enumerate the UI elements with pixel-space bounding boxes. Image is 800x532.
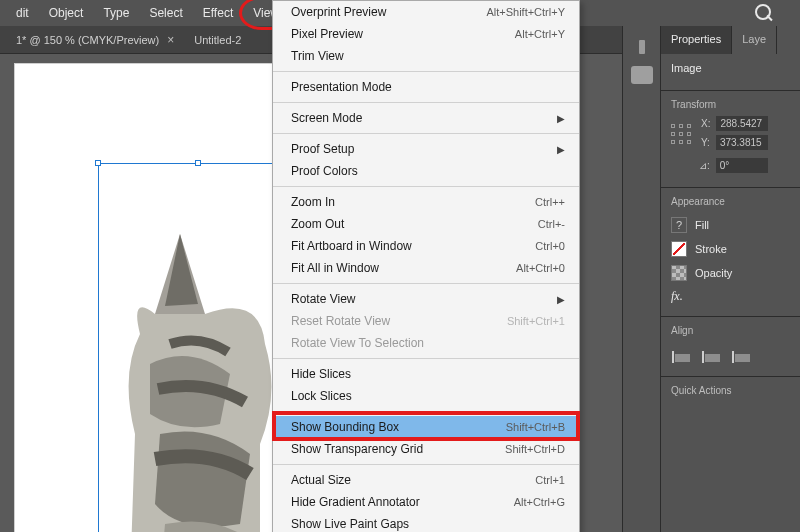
menu-separator xyxy=(273,358,579,359)
stroke-label: Stroke xyxy=(695,243,727,255)
tab-properties[interactable]: Properties xyxy=(661,26,732,54)
document-tab-1[interactable]: 1* @ 150 % (CMYK/Preview) × xyxy=(6,27,184,53)
appearance-heading: Appearance xyxy=(671,196,790,207)
section-align: Align xyxy=(661,317,800,377)
menu-item-shortcut: Ctrl+- xyxy=(538,218,565,230)
tab-layers[interactable]: Laye xyxy=(732,26,777,54)
menu-item-label: Proof Colors xyxy=(291,164,358,178)
document-tab-2[interactable]: Untitled-2 xyxy=(184,28,251,52)
menu-item-show-bounding-box[interactable]: Show Bounding BoxShift+Ctrl+B xyxy=(273,416,579,438)
y-value-field[interactable]: 373.3815 xyxy=(716,135,768,150)
menu-item-trim-view[interactable]: Trim View xyxy=(273,45,579,67)
menu-item-reset-rotate-view: Reset Rotate ViewShift+Ctrl+1 xyxy=(273,310,579,332)
menu-item-label: Lock Slices xyxy=(291,389,352,403)
fx-button[interactable]: fx. xyxy=(671,285,790,306)
menu-item-shortcut: Ctrl+1 xyxy=(535,474,565,486)
menu-item-label: Hide Gradient Annotator xyxy=(291,495,420,509)
stroke-swatch[interactable] xyxy=(671,241,687,257)
menu-item-screen-mode[interactable]: Screen Mode▶ xyxy=(273,107,579,129)
opacity-swatch[interactable] xyxy=(671,265,687,281)
angle-label: ⊿: xyxy=(699,160,710,171)
search-icon[interactable] xyxy=(754,3,774,23)
align-center-h-icon[interactable] xyxy=(701,348,723,366)
menu-item-label: Show Live Paint Gaps xyxy=(291,517,409,531)
menu-item-show-live-paint-gaps[interactable]: Show Live Paint Gaps xyxy=(273,513,579,532)
menu-item-shortcut: Ctrl+0 xyxy=(535,240,565,252)
opacity-label: Opacity xyxy=(695,267,732,279)
panel-grip-icon[interactable] xyxy=(639,40,645,54)
menu-separator xyxy=(273,411,579,412)
menu-type[interactable]: Type xyxy=(93,2,139,24)
menu-item-shortcut: Shift+Ctrl+B xyxy=(506,421,565,433)
section-quick-actions: Quick Actions xyxy=(661,377,800,412)
section-appearance: Appearance Fill Stroke Opacity fx. xyxy=(661,188,800,317)
y-label: Y: xyxy=(701,137,710,148)
menu-separator xyxy=(273,283,579,284)
menu-item-shortcut: Ctrl++ xyxy=(535,196,565,208)
fill-label: Fill xyxy=(695,219,709,231)
menu-separator xyxy=(273,186,579,187)
panel-tabs: Properties Laye xyxy=(661,26,800,54)
fill-swatch[interactable] xyxy=(671,217,687,233)
menu-item-label: Pixel Preview xyxy=(291,27,363,41)
align-right-icon[interactable] xyxy=(731,348,753,366)
menu-item-fit-artboard-in-window[interactable]: Fit Artboard in WindowCtrl+0 xyxy=(273,235,579,257)
resize-handle-nw[interactable] xyxy=(95,160,101,166)
menu-separator xyxy=(273,464,579,465)
reference-point-widget[interactable] xyxy=(671,124,693,146)
selection-type-label: Image xyxy=(671,62,790,74)
menu-item-shortcut: Shift+Ctrl+D xyxy=(505,443,565,455)
menu-item-hide-gradient-annotator[interactable]: Hide Gradient AnnotatorAlt+Ctrl+G xyxy=(273,491,579,513)
right-panel: Properties Laye Image Transform X:288.54… xyxy=(660,26,800,532)
menu-separator xyxy=(273,133,579,134)
document-tab-1-label: 1* @ 150 % (CMYK/Preview) xyxy=(16,34,159,46)
menu-separator xyxy=(273,102,579,103)
chevron-right-icon: ▶ xyxy=(557,113,565,124)
menu-item-zoom-out[interactable]: Zoom OutCtrl+- xyxy=(273,213,579,235)
menu-item-label: Overprint Preview xyxy=(291,5,386,19)
x-value-field[interactable]: 288.5427 xyxy=(716,116,768,131)
view-menu-dropdown: Overprint PreviewAlt+Shift+Ctrl+YPixel P… xyxy=(272,0,580,532)
menu-item-label: Hide Slices xyxy=(291,367,351,381)
menu-item-shortcut: Alt+Ctrl+G xyxy=(514,496,565,508)
transform-heading: Transform xyxy=(671,99,790,110)
menu-item-shortcut: Alt+Shift+Ctrl+Y xyxy=(486,6,565,18)
align-left-icon[interactable] xyxy=(671,348,693,366)
quick-actions-heading: Quick Actions xyxy=(671,385,790,396)
menu-item-label: Proof Setup xyxy=(291,142,354,156)
close-icon[interactable]: × xyxy=(167,33,174,47)
menu-item-fit-all-in-window[interactable]: Fit All in WindowAlt+Ctrl+0 xyxy=(273,257,579,279)
section-transform: Transform X:288.5427 Y:373.3815 ⊿: 0° xyxy=(661,91,800,188)
menu-item-proof-colors[interactable]: Proof Colors xyxy=(273,160,579,182)
menu-object[interactable]: Object xyxy=(39,2,94,24)
document-tab-2-label: Untitled-2 xyxy=(194,34,241,46)
menu-item-shortcut: Alt+Ctrl+Y xyxy=(515,28,565,40)
menu-item-pixel-preview[interactable]: Pixel PreviewAlt+Ctrl+Y xyxy=(273,23,579,45)
menu-item-lock-slices[interactable]: Lock Slices xyxy=(273,385,579,407)
menu-item-show-transparency-grid[interactable]: Show Transparency GridShift+Ctrl+D xyxy=(273,438,579,460)
angle-value-field[interactable]: 0° xyxy=(716,158,768,173)
menu-item-hide-slices[interactable]: Hide Slices xyxy=(273,363,579,385)
menu-item-overprint-preview[interactable]: Overprint PreviewAlt+Shift+Ctrl+Y xyxy=(273,1,579,23)
resize-handle-n[interactable] xyxy=(195,160,201,166)
menu-item-actual-size[interactable]: Actual SizeCtrl+1 xyxy=(273,469,579,491)
menu-item-proof-setup[interactable]: Proof Setup▶ xyxy=(273,138,579,160)
menu-item-label: Show Bounding Box xyxy=(291,420,399,434)
menu-effect[interactable]: Effect xyxy=(193,2,243,24)
menu-item-label: Show Transparency Grid xyxy=(291,442,423,456)
comments-icon[interactable] xyxy=(631,66,653,84)
menu-item-presentation-mode[interactable]: Presentation Mode xyxy=(273,76,579,98)
menu-item-label: Fit All in Window xyxy=(291,261,379,275)
chevron-right-icon: ▶ xyxy=(557,294,565,305)
menu-edit[interactable]: dit xyxy=(6,2,39,24)
menu-item-shortcut: Alt+Ctrl+0 xyxy=(516,262,565,274)
menu-select[interactable]: Select xyxy=(139,2,192,24)
menu-item-rotate-view[interactable]: Rotate View▶ xyxy=(273,288,579,310)
menu-item-rotate-view-to-selection: Rotate View To Selection xyxy=(273,332,579,354)
menu-item-label: Trim View xyxy=(291,49,344,63)
menu-separator xyxy=(273,71,579,72)
x-label: X: xyxy=(701,118,710,129)
menu-item-shortcut: Shift+Ctrl+1 xyxy=(507,315,565,327)
menu-item-label: Reset Rotate View xyxy=(291,314,390,328)
menu-item-zoom-in[interactable]: Zoom InCtrl++ xyxy=(273,191,579,213)
